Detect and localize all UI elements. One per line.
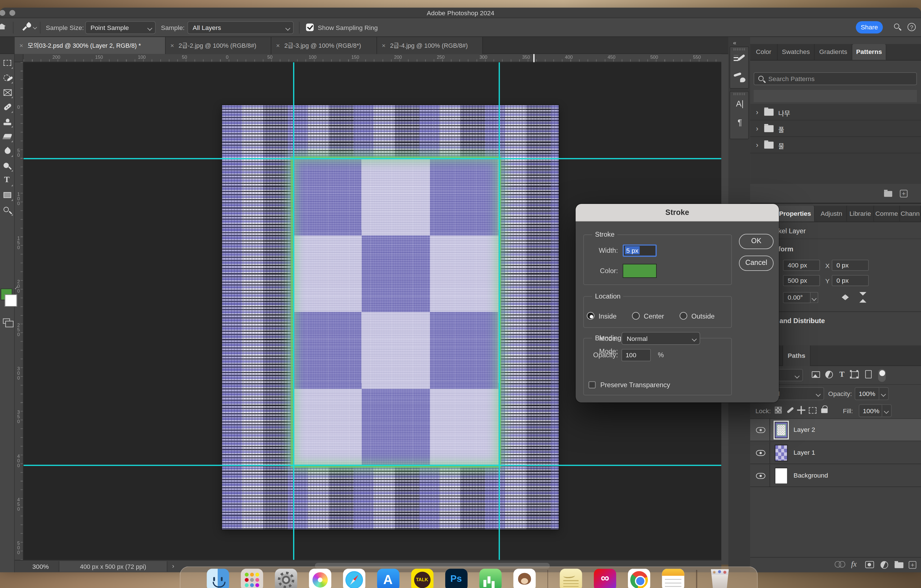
flip-horizontal-icon[interactable] — [838, 293, 849, 301]
dock-trash-icon[interactable] — [709, 569, 731, 588]
lock-position-icon[interactable] — [797, 406, 805, 414]
layer-row-background[interactable]: Background — [750, 465, 921, 487]
filter-adjustment-icon[interactable] — [825, 371, 833, 378]
dock-photos-icon[interactable] — [309, 569, 331, 588]
tab-patterns[interactable]: Patterns — [853, 44, 887, 60]
rotation-dropdown-icon[interactable] — [810, 292, 818, 303]
visibility-eye-icon[interactable] — [756, 473, 765, 479]
layer-row-layer2[interactable]: Layer 2 — [750, 419, 921, 441]
close-icon[interactable]: × — [170, 37, 174, 54]
x-field[interactable]: 0 px — [832, 260, 869, 271]
guide-horizontal-top[interactable] — [23, 158, 721, 159]
tab-swatches[interactable]: Swatches — [778, 44, 815, 60]
document-canvas[interactable] — [222, 105, 558, 529]
dock-chipmunk-app-icon[interactable] — [513, 569, 535, 588]
lock-pixels-icon[interactable] — [787, 407, 794, 414]
height-field[interactable]: 500 px — [783, 275, 820, 287]
new-group-icon[interactable] — [895, 562, 903, 568]
tool-eraser[interactable] — [0, 129, 15, 144]
home-icon[interactable] — [0, 23, 6, 29]
stroke-color-swatch[interactable] — [623, 264, 657, 278]
sample-size-dropdown[interactable]: Point Sample — [85, 21, 156, 34]
horizontal-ruler[interactable]: 2001501005005010015020025030035040045050… — [23, 54, 721, 62]
visibility-eye-icon[interactable] — [756, 427, 765, 433]
guide-vertical-left[interactable] — [293, 62, 294, 560]
dock-safari-icon[interactable] — [343, 569, 365, 588]
blend-mode-dropdown-dialog[interactable]: Normal — [622, 332, 700, 345]
sample-dropdown[interactable]: All Layers — [187, 21, 294, 34]
tab-channels[interactable]: Chann — [900, 205, 921, 222]
location-center-radio[interactable] — [632, 312, 640, 320]
dock-system-settings-icon[interactable] — [275, 569, 297, 588]
tab-properties[interactable]: Properties — [776, 205, 815, 222]
mixer-brush-icon[interactable] — [734, 72, 745, 82]
tab-libraries[interactable]: Librarie — [847, 205, 874, 222]
tab-document-4[interactable]: × 2급-4.jpg @ 100% (RGB/8#) — [377, 37, 483, 54]
dock-stickies-icon[interactable] — [560, 569, 582, 588]
width-field[interactable]: 400 px — [783, 260, 820, 271]
show-sampling-ring-checkbox[interactable] — [306, 23, 314, 31]
location-outside-radio[interactable] — [680, 312, 687, 320]
share-button[interactable]: Share — [856, 21, 883, 34]
lock-transparency-icon[interactable] — [775, 407, 782, 414]
layer-mask-icon[interactable] — [865, 561, 874, 568]
tab-document-1[interactable]: × 모의03-2.psd @ 300% (Layer 2, RGB/8) * — [15, 37, 166, 54]
eyedropper-tool-icon[interactable] — [21, 22, 32, 33]
tool-rectangle[interactable] — [0, 188, 15, 203]
filter-smart-object-icon[interactable] — [865, 370, 872, 378]
lock-artboard-icon[interactable] — [809, 407, 817, 414]
opacity-value[interactable]: 100% — [855, 387, 879, 400]
pattern-search-field[interactable] — [753, 72, 917, 85]
tab-comments[interactable]: Comme — [874, 205, 900, 222]
tab-gradients[interactable]: Gradients — [815, 44, 853, 60]
dock-kakaotalk-icon[interactable]: TALK — [411, 569, 433, 588]
tool-rectangular-marquee[interactable] — [0, 56, 15, 71]
tool-selection-brush[interactable] — [0, 71, 15, 85]
opacity-chevron-icon[interactable] — [879, 387, 888, 400]
tab-adjustments[interactable]: Adjustn — [817, 205, 847, 222]
filter-shape-icon[interactable] — [851, 371, 859, 378]
location-inside-radio[interactable] — [587, 312, 594, 320]
fill-chevron-icon[interactable] — [882, 404, 892, 417]
status-chevron-icon[interactable]: › — [172, 562, 174, 569]
adjustment-layer-icon[interactable] — [880, 561, 888, 569]
new-layer-icon[interactable]: + — [909, 561, 916, 569]
layer-name[interactable]: Background — [794, 472, 828, 479]
dock-finder-icon[interactable] — [207, 569, 229, 588]
dialog-titlebar[interactable]: Stroke — [576, 204, 779, 222]
pattern-folder-pul[interactable]: › 풀 — [750, 120, 921, 137]
tab-paths[interactable]: Paths — [783, 345, 810, 366]
pattern-folder-mul[interactable]: › 물 — [750, 137, 921, 153]
chevron-right-icon[interactable]: › — [756, 125, 758, 133]
new-pattern-group-icon[interactable] — [884, 191, 892, 197]
fill-value[interactable]: 100% — [859, 404, 882, 417]
rotation-field[interactable]: 0.00° — [783, 292, 810, 303]
chevron-right-icon[interactable]: › — [756, 108, 758, 116]
dock-photoshop-icon[interactable]: Ps — [445, 569, 467, 588]
ok-button[interactable]: OK — [739, 234, 774, 249]
filter-type-icon[interactable]: T — [840, 370, 845, 379]
zoom-level[interactable]: 300% — [32, 563, 49, 570]
tool-blur[interactable] — [0, 144, 15, 159]
tab-document-3[interactable]: × 2급-3.jpg @ 100% (RGB/8*) — [271, 37, 377, 54]
close-icon[interactable]: × — [20, 37, 23, 54]
search-icon[interactable] — [894, 23, 899, 29]
link-layers-icon[interactable] — [835, 561, 844, 567]
dock-app-store-icon[interactable] — [377, 569, 399, 588]
paragraph-panel-icon[interactable]: ¶ — [730, 117, 750, 127]
screen-mode-icon[interactable] — [3, 319, 10, 324]
dock-launchpad-icon[interactable] — [241, 569, 263, 588]
stroke-width-field[interactable]: 5 px — [623, 244, 657, 257]
vertical-ruler[interactable]: 050100150200250300350400450500 — [15, 62, 23, 560]
guide-vertical-right[interactable] — [499, 62, 500, 560]
layer-name[interactable]: Layer 1 — [794, 449, 815, 456]
guide-horizontal-bottom[interactable] — [23, 465, 721, 466]
tool-zoom[interactable] — [0, 203, 15, 217]
chevron-right-icon[interactable]: › — [756, 141, 758, 149]
character-panel-icon[interactable]: A| — [730, 99, 750, 108]
dock-creative-cloud-icon[interactable] — [594, 569, 616, 588]
tool-frame[interactable] — [0, 85, 15, 100]
tool-dodge[interactable] — [0, 159, 15, 173]
new-pattern-icon[interactable]: + — [900, 190, 908, 197]
pattern-folder-namu[interactable]: › 나무 — [750, 104, 921, 120]
